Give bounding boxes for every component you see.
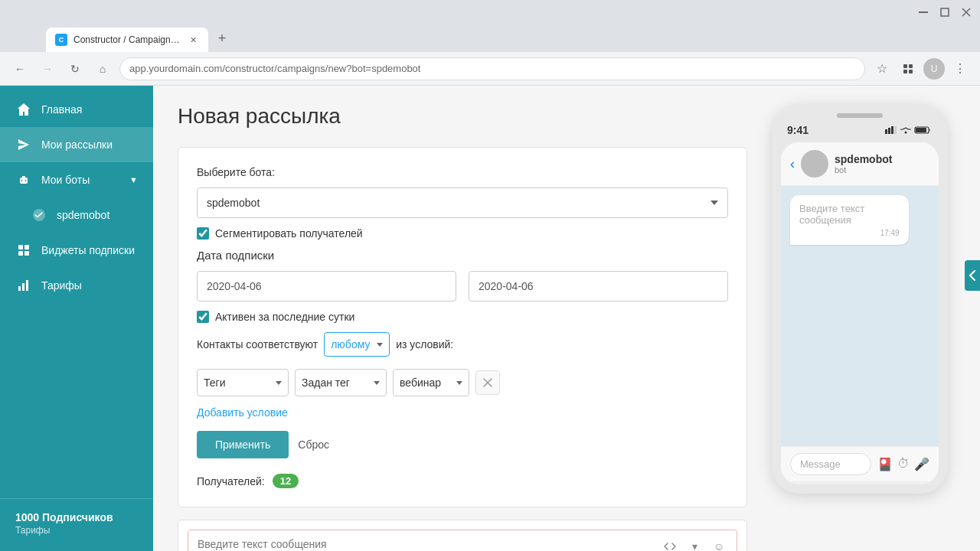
phone-contact-info: spdemobot bot <box>835 153 929 174</box>
segment-checkbox[interactable] <box>197 227 209 240</box>
svg-rect-5 <box>909 64 913 68</box>
filter-value-select[interactable]: вебинар <box>393 369 469 396</box>
message-textarea[interactable] <box>188 530 737 551</box>
svg-rect-22 <box>885 129 887 134</box>
segment-checkbox-row: Сегментировать получателей <box>197 227 728 240</box>
page-title: Новая рассылка <box>178 104 747 129</box>
message-section: ▾ ☺ + Добавить кнопку <box>178 520 747 551</box>
tab-favicon: C <box>55 34 67 46</box>
svg-rect-23 <box>888 128 890 134</box>
phone-status-bar: 9:41 <box>781 124 939 142</box>
filter-operator-select[interactable]: Задан тег Нет тега <box>295 369 387 396</box>
sidebar-item-spdemobot[interactable]: spdemobot <box>0 197 153 233</box>
sidebar-widgets-label: Виджеты подписки <box>41 244 135 256</box>
browser-chrome: C Constructor / Campaigns / Mess... ✕ + … <box>0 0 980 86</box>
menu-icon[interactable]: ⋮ <box>949 58 971 80</box>
match-type-select[interactable]: любому всему <box>324 332 390 357</box>
home-button[interactable]: ⌂ <box>92 58 113 80</box>
message-textarea-wrapper: ▾ ☺ <box>178 520 746 551</box>
chevron-down-icon[interactable]: ▾ <box>684 536 705 551</box>
plan-label: Тарифы <box>15 525 138 536</box>
mic-icon: 🎤 <box>914 457 929 471</box>
add-condition-link[interactable]: Добавить условие <box>197 406 288 419</box>
svg-rect-18 <box>18 286 21 291</box>
code-icon[interactable] <box>659 536 681 551</box>
extension-icon[interactable] <box>897 58 919 80</box>
bot-avatar <box>801 150 828 178</box>
date-section-label: Дата подписки <box>197 249 728 262</box>
sidebar-item-plans[interactable]: Тарифы <box>0 268 153 303</box>
phone-input-placeholder: Message <box>800 458 841 470</box>
segment-checkbox-label[interactable]: Сегментировать получателей <box>215 227 363 240</box>
conditions-suffix: из условий: <box>396 338 453 350</box>
phone-message-text: Введите текст сообщения <box>799 203 900 226</box>
sidebar-spdemobot-label: spdemobot <box>57 209 109 221</box>
emoji-icon[interactable]: ☺ <box>708 536 730 551</box>
reset-button[interactable]: Сброс <box>298 431 329 458</box>
bookmark-icon[interactable]: ☆ <box>871 58 893 80</box>
sidebar-item-home[interactable]: Главная <box>0 92 153 127</box>
phone-contact-name: spdemobot <box>835 153 929 165</box>
tab-close-icon[interactable]: ✕ <box>187 34 199 46</box>
sidebar-item-campaigns[interactable]: Мои рассылки <box>0 127 153 162</box>
delete-filter-button[interactable] <box>475 370 500 395</box>
app-layout: Главная Мои рассылки Мои боты ▼ spdemobo… <box>0 86 980 551</box>
phone-chat-header: ‹ spdemobot bot <box>781 142 939 186</box>
phone-screen: ‹ spdemobot bot Введите текст сообщения … <box>781 142 939 484</box>
sidebar-item-bots[interactable]: Мои боты ▼ <box>0 162 153 197</box>
apply-button[interactable]: Применить <box>197 431 289 458</box>
clock-icon: ⏱ <box>897 457 910 471</box>
svg-point-11 <box>25 180 27 181</box>
address-text: app.yourdomain.com/constructor/campaigns… <box>129 63 420 74</box>
bot-select[interactable]: spdemobot mybot <box>197 187 728 218</box>
browser-tabs: C Constructor / Campaigns / Mess... ✕ + <box>0 24 980 52</box>
recipients-count-badge: 12 <box>273 474 299 488</box>
svg-point-10 <box>21 180 23 181</box>
svg-rect-6 <box>903 70 907 73</box>
browser-tab-active[interactable]: C Constructor / Campaigns / Mess... ✕ <box>46 28 208 52</box>
sidebar-collapse-button[interactable] <box>965 260 980 291</box>
svg-rect-7 <box>909 70 913 73</box>
phone-input-field: Message <box>790 453 871 475</box>
select-bot-label: Выберите бота: <box>197 166 728 178</box>
phone-chat-area: Введите текст сообщения 17:49 <box>781 186 939 446</box>
message-textarea-actions: ▾ ☺ <box>659 536 730 551</box>
minimize-button[interactable] <box>917 6 929 18</box>
phone-back-icon: ‹ <box>790 156 795 172</box>
forward-button[interactable]: → <box>37 58 58 80</box>
close-button[interactable] <box>960 6 972 18</box>
back-button[interactable]: ← <box>9 58 31 80</box>
phone-time: 9:41 <box>787 124 808 136</box>
date-to-input[interactable] <box>469 271 728 302</box>
telegram-icon <box>31 207 47 223</box>
phone-message-bubble: Введите текст сообщения 17:49 <box>790 195 909 245</box>
action-buttons-row: Применить Сброс <box>197 431 728 458</box>
home-icon <box>15 101 32 118</box>
subscriber-count: 1000 Подписчиков <box>15 511 138 523</box>
send-icon <box>15 136 32 153</box>
active-checkbox-row: Активен за последние сутки <box>197 311 728 323</box>
active-checkbox-label[interactable]: Активен за последние сутки <box>215 311 354 323</box>
reload-button[interactable]: ↻ <box>64 58 86 80</box>
active-checkbox[interactable] <box>197 311 209 323</box>
robot-icon <box>15 171 32 188</box>
svg-rect-17 <box>24 251 29 256</box>
svg-rect-14 <box>18 245 23 249</box>
sidebar-item-widgets[interactable]: Виджеты подписки <box>0 233 153 268</box>
svg-rect-15 <box>24 245 29 249</box>
filter-field-select[interactable]: Теги Дата <box>197 369 289 396</box>
tab-title: Constructor / Campaigns / Mess... <box>74 34 181 45</box>
user-avatar-icon[interactable]: U <box>923 58 945 80</box>
date-from-input[interactable] <box>197 271 456 302</box>
maximize-button[interactable] <box>939 6 951 18</box>
phone-contact-status: bot <box>835 165 929 174</box>
sidebar-campaigns-label: Мои рассылки <box>41 139 113 151</box>
recipients-row: Получателей: 12 <box>197 474 728 488</box>
sidebar-plans-label: Тарифы <box>41 279 82 292</box>
svg-rect-12 <box>22 182 25 183</box>
date-inputs <box>197 271 728 302</box>
phone-notch <box>837 113 883 118</box>
new-tab-button[interactable]: + <box>211 28 233 49</box>
svg-rect-19 <box>22 283 24 291</box>
address-bar[interactable]: app.yourdomain.com/constructor/campaigns… <box>119 57 865 80</box>
